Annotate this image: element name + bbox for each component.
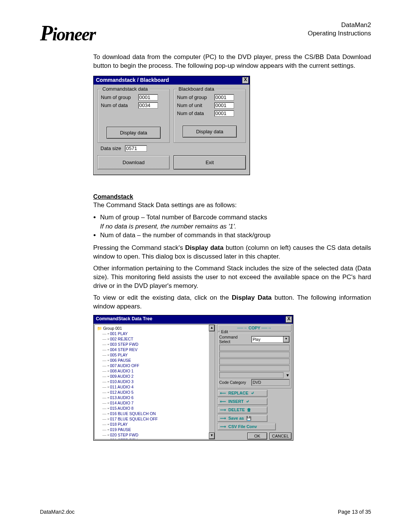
edit-legend: Edit [220, 329, 229, 334]
command-select-label: Command Select [219, 335, 250, 344]
bb-num-group-label: Num of group [177, 94, 212, 100]
footer-page-number: Page 13 of 35 [338, 509, 371, 515]
arrow-right-icon: ⟶ [220, 407, 226, 412]
display-data-paragraph: Pressing the Command stack's Display dat… [93, 244, 371, 261]
tree-node[interactable]: 014 AUDIO 7 [97, 400, 209, 406]
chevron-down-icon[interactable]: ▼ [286, 373, 290, 377]
edit-group: Edit Command Select Play▼ ▼ Code Categor… [217, 332, 292, 388]
view-edit-paragraph: To view or edit the existing data, click… [93, 294, 371, 311]
edit-field[interactable] [219, 358, 290, 364]
arrow-right-icon: ⟶ [220, 416, 226, 421]
tree-node[interactable]: 002 REJECT [97, 336, 209, 342]
disk-icon: 💾 [246, 416, 252, 421]
cs-num-group-label: Num of group [101, 94, 136, 100]
page-footer: DataMan2.doc Page 13 of 35 [40, 509, 371, 515]
tree-view[interactable]: 📁 Group 001001 PLAY002 REJECT003 STEP FW… [95, 325, 209, 439]
cs-display-data-button[interactable]: Display data [107, 127, 161, 139]
tree-node[interactable]: 021 STEP REV [97, 438, 209, 439]
scroll-up-icon[interactable]: ▲ [209, 325, 215, 331]
arrow-left-icon: ⟵ [220, 399, 226, 404]
data-size-paragraph: Other information pertaining to the Comm… [93, 264, 371, 291]
scroll-down-icon[interactable]: ▼ [209, 433, 215, 439]
bb-num-unit-label: Num of unit [177, 102, 212, 108]
return-icon: ⤶ [246, 399, 249, 404]
tree-node[interactable]: 013 AUDIO 6 [97, 395, 209, 400]
data-size-value[interactable]: 0571 [125, 145, 147, 152]
csv-file-conv-button[interactable]: ⟶CSV File Conv [217, 423, 276, 430]
dialog1-titlebar[interactable]: Commandstack / Blackboard X [94, 76, 250, 85]
arrow-left-icon: ⟵ [220, 391, 226, 396]
tree-node[interactable]: 015 AUDIO 8 [97, 406, 209, 411]
edit-field[interactable] [219, 372, 284, 378]
code-category-combo[interactable]: DVD [251, 379, 290, 386]
cs-num-data-value[interactable]: 0034 [138, 102, 158, 109]
bb-display-data-button[interactable]: Display data [183, 126, 237, 137]
doc-subtitle: Operating Instructions [308, 29, 371, 38]
tree-node[interactable]: 005 PLAY [97, 352, 209, 358]
data-size-label: Data size [100, 145, 121, 151]
list-item: Num of group – Total number of Barcode c… [100, 213, 371, 231]
tree-pane: 📁 Group 001001 PLAY002 REJECT003 STEP FW… [94, 324, 215, 439]
cs-num-data-label: Num of data [101, 102, 136, 108]
cs-settings-list: Num of group – Total number of Barcode c… [100, 213, 371, 240]
tree-node[interactable]: 020 STEP FWD [97, 432, 209, 438]
list-item: Num of data – the number of commands in … [100, 231, 371, 240]
brand-logo: PPioneerioneer [40, 21, 96, 45]
bb-legend: Blackboard data [177, 86, 216, 92]
bb-num-data-value[interactable]: 0001 [214, 110, 234, 117]
intro-paragraph: To download data from the computer (PC) … [93, 53, 371, 70]
tree-node[interactable]: 004 STEP REV [97, 347, 209, 352]
ok-button[interactable]: OK [247, 433, 267, 439]
replace-button[interactable]: ⟵REPLACE⤶ [217, 390, 268, 397]
arrow-right-icon: ⟶ [220, 424, 226, 429]
tree-node[interactable]: 012 AUDIO 5 [97, 390, 209, 395]
tree-node[interactable]: 019 PAUSE [97, 427, 209, 432]
tree-node[interactable]: 001 PLAY [97, 331, 209, 336]
tree-root[interactable]: 📁 Group 001 [97, 326, 209, 331]
command-select-combo[interactable]: Play▼ [251, 336, 290, 343]
tree-node[interactable]: 011 AUDIO 4 [97, 384, 209, 390]
doc-meta: DataMan2 Operating Instructions [308, 21, 371, 38]
dialog2-titlebar[interactable]: CommandStack Data Tree X [94, 315, 293, 324]
tree-node[interactable]: 003 STEP FWD [97, 342, 209, 347]
blackboard-group: Blackboard data Num of group0001 Num of … [174, 89, 246, 143]
return-icon: ⤶ [251, 391, 254, 396]
tree-node[interactable]: 017 BLUE SQUELCH OFF [97, 416, 209, 422]
tree-node[interactable]: 018 PLAY [97, 422, 209, 427]
edit-field[interactable] [219, 345, 290, 351]
tree-node[interactable]: 007 AUDIO OFF [97, 363, 209, 368]
trash-icon: 🗑 [247, 407, 251, 412]
page-header: PPioneerioneer DataMan2 Operating Instru… [40, 21, 371, 45]
code-category-label: Code Category [219, 380, 250, 385]
close-icon[interactable]: X [242, 77, 249, 84]
tree-node[interactable]: 009 AUDIO 2 [97, 374, 209, 379]
cs-num-group-value[interactable]: 0001 [138, 94, 158, 101]
right-panel: ──→ COPY ──→ Edit Command Select Play▼ ▼… [216, 324, 293, 440]
commandstack-blackboard-dialog: Commandstack / Blackboard X Commandstack… [93, 76, 250, 175]
tree-node[interactable]: 010 AUDIO 3 [97, 379, 209, 384]
vertical-scrollbar[interactable]: ▲ ▼ [209, 325, 215, 439]
tree-node[interactable]: 016 BLUE SQUELCH ON [97, 411, 209, 416]
commandstack-data-tree-dialog: CommandStack Data Tree X 📁 Group 001001 … [93, 315, 293, 441]
bb-num-data-label: Num of data [177, 110, 212, 116]
tree-node[interactable]: 006 PAUSE [97, 358, 209, 363]
download-button[interactable]: Download [97, 155, 170, 169]
bb-num-unit-value[interactable]: 0001 [214, 102, 234, 109]
tree-node[interactable]: 008 AUDIO 1 [97, 368, 209, 374]
close-icon[interactable]: X [285, 316, 292, 323]
exit-button[interactable]: Exit [174, 155, 246, 169]
content-column: To download data from the computer (PC) … [93, 53, 371, 441]
chevron-down-icon[interactable]: ▼ [283, 336, 289, 342]
save-as-button[interactable]: ⟶Save as💾 [217, 415, 268, 422]
dialog2-title: CommandStack Data Tree [96, 316, 152, 323]
edit-field[interactable] [219, 351, 290, 358]
dialog1-title: Commandstack / Blackboard [96, 77, 169, 84]
edit-field[interactable] [219, 365, 290, 371]
cancel-button[interactable]: CANCEL [269, 433, 292, 439]
bb-num-group-value[interactable]: 0001 [214, 94, 234, 101]
insert-button[interactable]: ⟵INSERT⤶ [217, 398, 268, 405]
delete-button[interactable]: ⟶DELETE🗑 [217, 406, 268, 414]
cs-legend: Commandstack data [101, 86, 149, 92]
commandstack-heading: Comandstack [93, 193, 133, 200]
cs-settings-intro: The Command Stack Data settings are as f… [93, 201, 371, 210]
